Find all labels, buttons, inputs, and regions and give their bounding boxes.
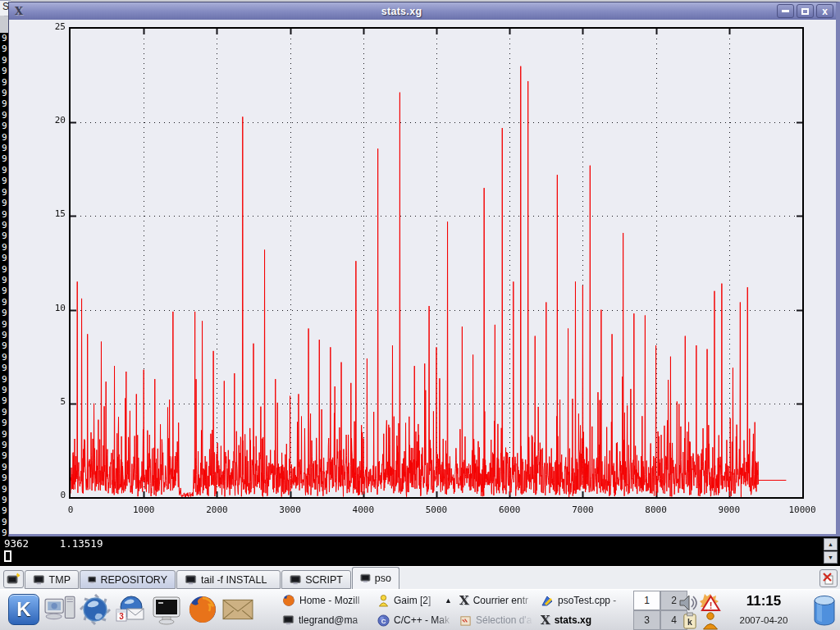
terminal-icon: [88, 574, 96, 586]
close-button[interactable]: x: [816, 4, 833, 18]
firefox-icon: [282, 594, 295, 607]
tab-pso[interactable]: pso: [352, 567, 399, 589]
konqueror-globe-icon: [80, 594, 111, 625]
warning-triangle-icon: !: [700, 592, 722, 613]
taskbar-courrier[interactable]: X Courrier entr: [456, 591, 536, 609]
terminal-icon: [290, 574, 301, 586]
new-session-icon: [7, 573, 21, 586]
taskbar-home-mozilla[interactable]: Home - Mozill: [279, 591, 372, 609]
speaker-icon: [678, 593, 697, 613]
tab-tmp[interactable]: TMP: [25, 570, 79, 589]
pager-label: 3: [644, 614, 650, 626]
window-title: stats.xg: [26, 6, 777, 17]
tab-label: REPOSITORY: [100, 574, 167, 586]
close-session-icon: [822, 572, 835, 585]
chevron-up-icon: ▲: [445, 596, 452, 605]
svg-text:C: C: [381, 617, 386, 624]
tab-script[interactable]: SCRIPT: [281, 570, 351, 589]
mail-launcher-button[interactable]: [221, 592, 255, 627]
terminal-output: 9362 1.13519: [4, 538, 103, 550]
kontact-mail-icon: 3: [115, 594, 146, 625]
klipper-tray-button[interactable]: k: [681, 612, 698, 630]
taskbar-selection[interactable]: Sélection d'a: [456, 611, 536, 629]
titlebar[interactable]: X stats.xg x: [9, 2, 836, 20]
close-icon: x: [822, 7, 828, 16]
taskbar-label: Gaim [2]: [394, 595, 431, 606]
taskbar-label: C/C++ - Mak: [394, 614, 450, 626]
scroll-down-icon: ▼: [828, 555, 833, 560]
tab-label: SCRIPT: [305, 574, 343, 586]
tab-label: tail -f INSTALL: [201, 574, 267, 586]
konsole-icon: [151, 594, 182, 625]
taskbar-tlegrand-terminal[interactable]: tlegrand@ma: [279, 611, 372, 629]
svg-text:k: k: [687, 617, 692, 627]
chart-canvas[interactable]: [71, 29, 802, 497]
maximize-button[interactable]: [797, 4, 814, 18]
maximize-icon: [801, 8, 809, 15]
firefox-button[interactable]: [185, 592, 220, 627]
terminal-cursor: [4, 550, 11, 562]
x-app-icon: X: [459, 595, 469, 607]
terminal-icon: [282, 614, 294, 626]
firefox-icon: [187, 594, 218, 625]
clock-time[interactable]: 11:15: [728, 593, 799, 609]
pager-desktop-1[interactable]: 1: [633, 591, 660, 610]
taskbar-label: psoTest.cpp -: [558, 595, 616, 606]
tab-label: TMP: [49, 574, 71, 586]
envelope-icon: [222, 597, 253, 622]
x-app-icon: X: [541, 614, 550, 627]
editor-icon: [541, 595, 554, 607]
show-desktop-button[interactable]: [43, 592, 77, 627]
cpp-icon: C: [377, 614, 390, 627]
gaim-icon: [377, 594, 390, 607]
taskbar-gaim[interactable]: Gaim [2]: [374, 591, 440, 609]
taskbar-label: stats.xg: [555, 614, 591, 626]
scroll-up-button[interactable]: ▲: [824, 538, 838, 550]
terminal-icon: [185, 574, 197, 586]
terminal-area[interactable]: 9362 1.13519 ▲ ▼: [0, 536, 840, 566]
window-menu-icon[interactable]: X: [11, 5, 26, 17]
terminal-icon: [33, 574, 45, 586]
plot-frame: [69, 27, 804, 499]
new-session-button[interactable]: [3, 570, 24, 588]
taskbar-statsxg[interactable]: X stats.xg: [537, 611, 630, 629]
gaim-tray-button[interactable]: [701, 611, 719, 630]
konqueror-button[interactable]: [78, 592, 112, 627]
snapshot-icon: [459, 614, 472, 627]
clipboard-icon: k: [681, 612, 698, 630]
terminal-icon: [360, 573, 371, 584]
konsole-button[interactable]: [149, 592, 184, 627]
close-session-button[interactable]: [819, 569, 838, 587]
clock-date[interactable]: 2007-04-20: [725, 615, 802, 625]
taskbar-psotest[interactable]: psoTest.cpp -: [537, 591, 630, 609]
pager-desktop-3[interactable]: 3: [633, 610, 660, 630]
kmenu-button[interactable]: K: [7, 592, 41, 627]
person-icon: [701, 611, 719, 630]
kontact-button[interactable]: 3: [113, 592, 148, 627]
taskbar-group-arrow-button[interactable]: ▲: [441, 591, 454, 609]
kmenu-icon: K: [8, 594, 39, 625]
scroll-down-button[interactable]: ▼: [824, 551, 838, 564]
pager-label: 2: [671, 595, 677, 606]
desktop-icon: [44, 594, 75, 625]
tab-label: pso: [375, 573, 391, 584]
pager-label: 1: [644, 595, 650, 606]
tab-tail-install[interactable]: tail -f INSTALL: [176, 570, 281, 589]
kicker-panel: K 3 Home - Mozill Gaim [2] ▲ X Courrier …: [0, 589, 840, 630]
pager-label: 4: [671, 614, 677, 626]
tab-repository[interactable]: REPOSITORY: [80, 570, 176, 589]
svg-text:3: 3: [119, 612, 124, 621]
taskbar-cpp[interactable]: C C/C++ - Mak: [374, 611, 454, 629]
scroll-up-icon: ▲: [828, 541, 833, 547]
cylinder-icon: [812, 594, 837, 627]
taskbar-label: Sélection d'a: [476, 614, 532, 626]
minimize-icon: [782, 10, 789, 12]
taskbar-label: Home - Mozill: [299, 595, 359, 606]
svg-text:!: !: [710, 600, 713, 610]
taskbar-label: Courrier entr: [473, 595, 528, 606]
session-tabbar: TMP REPOSITORY tail -f INSTALL SCRIPT ps…: [0, 566, 840, 589]
taskbar-label: tlegrand@ma: [299, 614, 358, 626]
minimize-button[interactable]: [777, 4, 794, 18]
applet-button[interactable]: [812, 594, 837, 630]
